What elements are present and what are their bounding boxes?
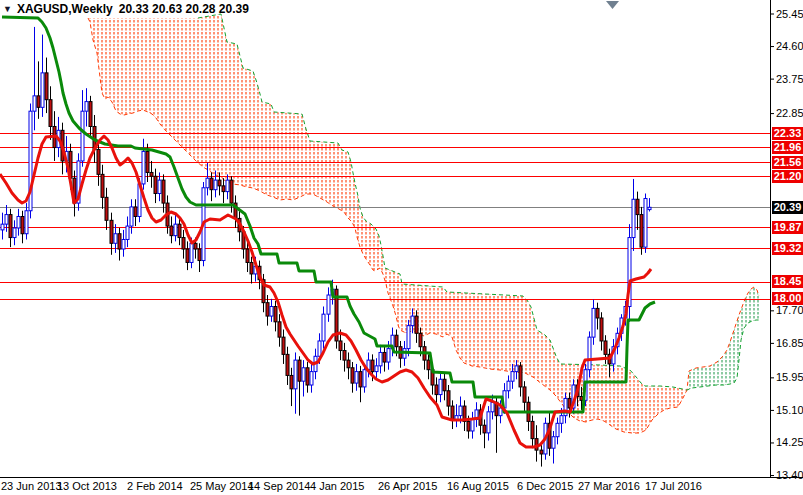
bull-candle (644, 198, 647, 247)
bull-candle (407, 326, 410, 349)
bull-candle (491, 402, 494, 412)
candles (1, 27, 651, 467)
bear-candle (483, 425, 486, 433)
bear-candle (359, 372, 362, 387)
bear-candle (182, 238, 185, 249)
bull-candle (379, 352, 382, 365)
chart-title: ▼XAGUSD,Weekly20.33 20.63 20.28 20.39 (3, 2, 249, 16)
bear-candle (230, 180, 233, 203)
bull-candle (206, 178, 209, 188)
plot-area[interactable] (0, 14, 770, 467)
bull-candle (294, 360, 297, 389)
bull-candle (17, 216, 20, 227)
bear-candle (146, 151, 149, 172)
bull-candle (33, 96, 36, 111)
bull-candle (375, 366, 378, 372)
bear-candle (105, 197, 108, 220)
bear-candle (274, 306, 277, 321)
bear-candle (451, 406, 454, 419)
bull-candle (355, 372, 358, 383)
bear-candle (443, 379, 446, 390)
bull-candle (5, 215, 8, 225)
level-price-badge: 18.00 (772, 292, 803, 305)
bear-candle (600, 318, 603, 341)
bear-candle (415, 316, 418, 333)
time-axis-label: 6 Dec 2015 (517, 480, 573, 492)
bear-candle (134, 207, 137, 217)
bear-candle (210, 178, 213, 189)
bear-candle (604, 341, 607, 354)
bull-candle (226, 180, 229, 191)
bear-candle (640, 215, 643, 248)
bull-candle (322, 314, 325, 341)
bear-candle (89, 102, 92, 127)
price-chart-canvas[interactable] (0, 0, 803, 495)
time-axis-label: 4 Jan 2015 (310, 480, 364, 492)
bear-candle (110, 220, 113, 243)
time-axis-label: 16 Aug 2015 (447, 480, 509, 492)
bear-candle (395, 335, 398, 346)
bear-candle (298, 360, 301, 381)
bull-candle (327, 295, 330, 314)
bear-candle (170, 226, 173, 236)
level-price-badge: 21.96 (772, 141, 803, 154)
bear-candle (286, 354, 289, 375)
chart-shift-marker-icon[interactable] (606, 1, 619, 9)
ichimoku-cloud-bearish (88, 14, 687, 433)
chart-symbol-period: XAGUSD,Weekly (17, 2, 113, 16)
bear-candle (531, 421, 534, 438)
bull-candle (13, 228, 16, 238)
bear-candle (290, 375, 293, 388)
bull-candle (41, 73, 44, 107)
bear-candle (596, 308, 599, 318)
bull-candle (511, 372, 514, 382)
symbol-dropdown-icon[interactable]: ▼ (3, 4, 12, 14)
time-axis-label: 27 Mar 2016 (578, 480, 640, 492)
bull-candle (588, 337, 591, 370)
bull-candle (560, 416, 563, 424)
chart-window: ▼XAGUSD,Weekly20.33 20.63 20.28 20.39 25… (0, 0, 803, 495)
bear-candle (282, 337, 285, 354)
price-axis-label: 25.45 (776, 8, 802, 20)
bear-candle (467, 421, 470, 431)
bull-candle (592, 308, 595, 337)
bull-candle (270, 306, 273, 316)
level-price-badge: 19.87 (772, 221, 803, 234)
bear-candle (178, 224, 181, 237)
bear-candle (162, 180, 165, 203)
bull-candle (363, 370, 366, 387)
bear-candle (246, 249, 249, 262)
bear-candle (150, 172, 153, 176)
level-price-badge: 19.32 (772, 242, 803, 255)
bull-candle (632, 199, 635, 237)
bull-candle (648, 207, 651, 209)
bear-candle (194, 243, 197, 249)
bear-candle (37, 96, 40, 107)
price-axis-label: 22.85 (776, 107, 802, 119)
bull-candle (1, 224, 4, 230)
time-axis-label: 23 Jun 2013 (1, 480, 62, 492)
current-price-badge: 20.39 (772, 201, 803, 214)
price-axis-label: 14.25 (776, 436, 802, 448)
bear-candle (435, 385, 438, 395)
bear-candle (186, 249, 189, 262)
price-axis-label: 16.85 (776, 337, 802, 349)
bull-candle (81, 111, 84, 161)
time-axis-label: 17 Jul 2016 (645, 480, 702, 492)
bear-candle (222, 186, 225, 192)
bull-candle (556, 423, 559, 436)
bull-candle (552, 437, 555, 448)
bull-candle (25, 211, 28, 234)
bear-candle (519, 366, 522, 387)
bull-candle (310, 372, 313, 385)
bull-candle (515, 366, 518, 372)
time-axis-label: 14 Sep 2014 (248, 480, 310, 492)
bear-candle (427, 360, 430, 370)
bear-candle (266, 303, 269, 316)
bear-candle (636, 199, 639, 214)
bull-candle (439, 379, 442, 394)
price-axis-label: 15.10 (776, 404, 802, 416)
bear-candle (21, 216, 24, 233)
bear-candle (9, 215, 12, 238)
bull-candle (302, 368, 305, 381)
